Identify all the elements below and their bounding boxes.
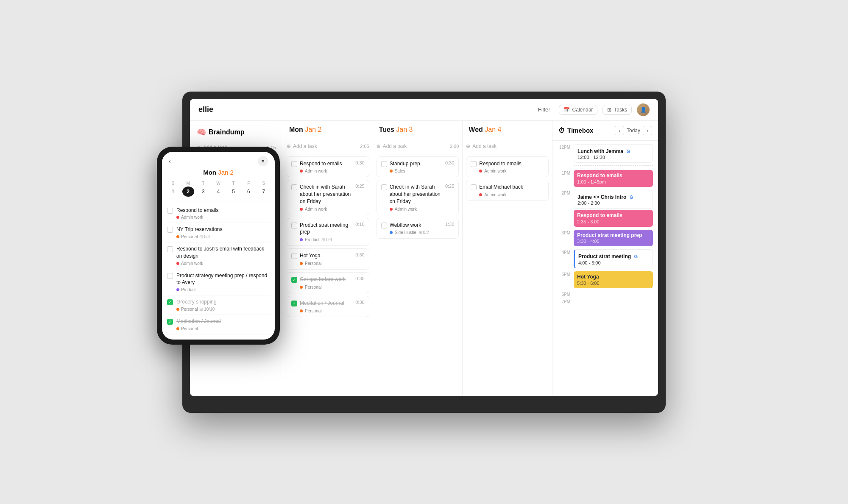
phone-tag-label-3: Admin work [181, 261, 203, 266]
phone-task-ny-trip[interactable]: NY Trip reservations Personal ⊞ 0/4 [167, 223, 270, 242]
tues-task-name-1: Standup prep [390, 160, 443, 167]
wed-task-check-1[interactable] [471, 161, 477, 167]
event-product-strat-prep[interactable]: Product strat meeting prep 3:30 - 4:00 [574, 230, 653, 247]
tag-dot [300, 286, 303, 289]
tasks-toggle[interactable]: ⊞ Tasks [603, 105, 632, 115]
filter-button[interactable]: Filter [535, 105, 554, 114]
tag-dot [300, 238, 303, 241]
mon-task-hot-yoga[interactable]: Hot Yoga 0:30 Personal [287, 248, 369, 270]
avatar-image: 👤 [637, 103, 650, 116]
timeslot-2pm: 2PM Jaime <> Chris Intro G 2:00 - 2:30 R… [558, 190, 653, 228]
phone-tag-dot-3 [176, 262, 179, 265]
event-jaime-chris[interactable]: Jaime <> Chris Intro G 2:00 - 2:30 [574, 190, 653, 209]
phone-tag-label-5: Personal [181, 307, 198, 312]
tues-task-checkin-sarah[interactable]: Check in with Sarah about her presentati… [377, 180, 459, 215]
phone-cal-num-7[interactable]: 7 [258, 187, 270, 197]
time-label-7pm: 7PM [558, 299, 570, 304]
phone-task-check-4[interactable] [167, 273, 173, 279]
tues-task-standup[interactable]: Standup prep 0:30 Sales [377, 156, 459, 178]
day-header-tues: Tues Jan 3 [373, 121, 463, 137]
timebox-panel: ⏱ Timebox ‹ Today › 12PM [552, 121, 658, 396]
event-product-strat-meeting[interactable]: Product strat meeting G 4:00 - 5:00 [574, 249, 653, 268]
phone-task-check-3[interactable] [167, 246, 173, 252]
phone-subtask-5: ⊞ 10/10 [199, 307, 215, 312]
mon-task-get-gas[interactable]: ✓ Get gas before work 0:30 Personal [287, 272, 369, 293]
event-lunch-jemma[interactable]: Lunch with Jemma G 12:00 - 12:30 [574, 144, 653, 163]
phone-cal-num-5[interactable]: 5 [228, 187, 240, 197]
phone-cal-num-3[interactable]: 3 [197, 187, 209, 197]
phone-back-button[interactable]: ‹ [169, 158, 171, 164]
mon-task-check-6[interactable]: ✓ [291, 301, 297, 306]
calendar-toggle[interactable]: 📅 Calendar [559, 105, 598, 115]
phone-task-josh-email[interactable]: Respond to Josh's email with feedback on… [167, 242, 270, 269]
phone-task-name-2: NY Trip reservations [176, 226, 270, 233]
braindump-label: Braindump [209, 128, 244, 136]
phone-cal-nums-row: 1 2 3 4 5 6 7 [167, 187, 270, 197]
tag-dot [479, 170, 482, 173]
phone-task-check-5[interactable]: ✓ [167, 299, 173, 305]
tues-task-check-2[interactable] [381, 184, 387, 190]
phone-tag-label-2: Personal [181, 234, 198, 239]
phone-task-grocery[interactable]: ✓ Grocery shopping Personal ⊞ 10/10 [167, 295, 270, 315]
phone-task-check-6[interactable]: ✓ [167, 319, 173, 325]
mon-task-check-1[interactable] [291, 161, 297, 167]
timebox-today-button[interactable]: Today [627, 128, 640, 134]
mon-task-product-strat[interactable]: Product strat meeting prep 0:10 Product … [287, 218, 369, 246]
day-header-mon: Mon Jan 2 [283, 121, 373, 137]
phone-statusbar: ‹ ≡ [162, 152, 275, 169]
event-time: 12:00 - 12:30 [577, 155, 649, 160]
add-task-btn-wed[interactable]: ⊕Add a task [466, 143, 497, 149]
mon-task-check-3[interactable] [291, 223, 297, 228]
tues-task-name-2: Check in with Sarah about her presentati… [390, 184, 443, 205]
timebox-next-button[interactable]: › [643, 126, 652, 135]
add-task-btn-mon[interactable]: ⊕Add a task [287, 143, 317, 149]
timebox-nav: ‹ Today › [615, 126, 652, 135]
day-title-wed: Wed Jan 4 [469, 126, 546, 134]
timeslot-7pm: 7PM [558, 298, 653, 304]
tues-task-webflow[interactable]: Webflow work 1:30 Side Hustle ⊞ 0/2 [377, 218, 459, 239]
wed-task-check-2[interactable] [471, 184, 477, 190]
timebox-prev-button[interactable]: ‹ [615, 126, 624, 135]
day-col-tues: Tues Jan 3 ⊕Add a task 2:00 [373, 121, 463, 396]
day-header-wed: Wed Jan 4 [463, 121, 552, 137]
avatar[interactable]: 👤 [637, 103, 650, 116]
mon-task-check-5[interactable]: ✓ [291, 277, 297, 283]
tues-task-check-1[interactable] [381, 161, 387, 167]
event-hot-yoga[interactable]: Hot Yoga 5:30 - 6:00 [574, 271, 653, 288]
phone-cal-num-2[interactable]: 2 [182, 187, 194, 197]
phone-task-meditation[interactable]: ✓ Meditation / Journal Personal [167, 315, 270, 334]
add-task-btn-tues[interactable]: ⊕Add a task [377, 143, 407, 149]
phone-task-info-5: Grocery shopping Personal ⊞ 10/10 [176, 298, 270, 312]
tues-task-check-3[interactable] [381, 223, 387, 228]
mon-task-check-2[interactable] [291, 184, 297, 190]
event-respond-emails-1[interactable]: Respond to emails 1:00 - 1:45pm [574, 170, 653, 187]
event-title: Respond to emails [577, 173, 650, 179]
wed-task-respond-emails[interactable]: Respond to emails Admin work [466, 156, 549, 178]
mon-task-checkin-sarah[interactable]: Check in with Sarah about her presentati… [287, 180, 369, 215]
timeslot-1pm: 1PM Respond to emails 1:00 - 1:45pm [558, 170, 653, 188]
mon-task-check-4[interactable] [291, 253, 297, 259]
phone-task-name-6: Meditation / Journal [176, 318, 270, 325]
day-name-tues: Tues [379, 126, 396, 133]
phone-cal-num-1[interactable]: 1 [167, 187, 179, 197]
event-respond-emails-2[interactable]: Respond to emails 2:35 - 3:00 [574, 210, 653, 227]
day-tasks-tues: ⊕Add a task 2:00 Standup prep 0:30 [373, 137, 463, 396]
mon-task-meditation[interactable]: ✓ Meditation / Journal 0:30 Personal [287, 296, 369, 317]
wed-task-email-michael[interactable]: Email Michael back Admin work [466, 180, 549, 201]
braindump-title: 🧠 Braindump [197, 128, 276, 137]
phone-task-product-strategy[interactable]: Product strategy meeting prep / respond … [167, 269, 270, 296]
phone-task-respond-emails[interactable]: Respond to emails Admin work [167, 204, 270, 223]
calendar-area: Mon Jan 2 ⊕Add a task 2:05 [283, 121, 658, 396]
tag-dot [300, 208, 303, 211]
phone-menu-button[interactable]: ≡ [258, 156, 268, 166]
phone-task-check-2[interactable] [167, 227, 173, 233]
phone-cal-num-4[interactable]: 4 [212, 187, 224, 197]
phone-header: Mon Jan 2 [162, 169, 275, 178]
timeslot-6pm: 6PM [558, 291, 653, 297]
time-label-3pm: 3PM [558, 231, 570, 235]
phone-cal-num-6[interactable]: 6 [243, 187, 254, 197]
google-icon: G [630, 195, 633, 200]
mon-task-respond-emails[interactable]: Respond to emails 0:30 Admin work [287, 156, 369, 178]
time-label-6pm: 6PM [558, 292, 570, 297]
phone-task-check-1[interactable] [167, 208, 173, 214]
